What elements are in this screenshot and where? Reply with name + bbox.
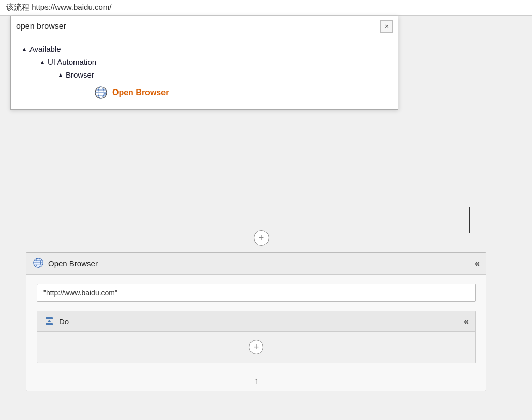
do-block-header: Do « bbox=[37, 311, 475, 332]
do-add-activity-button[interactable]: + bbox=[249, 340, 263, 354]
activity-tree: ▲ Available ▲ UI Automation ▲ Browser bbox=[11, 37, 398, 109]
add-activity-button[interactable]: + bbox=[254, 230, 269, 246]
arrow-icon: ▲ bbox=[21, 46, 27, 53]
bottom-arrow-icon: ↑ bbox=[254, 376, 259, 386]
open-browser-block-title: Open Browser bbox=[48, 259, 98, 268]
top-bar-text: 该流程 https://www.baidu.com/ bbox=[6, 3, 111, 12]
do-block-collapse-button[interactable]: « bbox=[464, 316, 469, 327]
tree-item-open-browser[interactable]: Open Browser bbox=[11, 81, 398, 104]
open-browser-title-area: Open Browser bbox=[33, 257, 475, 270]
search-clear-button[interactable]: × bbox=[380, 20, 393, 33]
available-label: Available bbox=[29, 44, 61, 53]
arrow-icon: ▲ bbox=[39, 58, 46, 66]
open-browser-block: Open Browser « Do bbox=[26, 252, 486, 391]
arrow-icon: ▲ bbox=[57, 71, 64, 79]
open-browser-header: Open Browser « bbox=[26, 253, 486, 275]
search-input-row: open browser × bbox=[11, 16, 398, 37]
svg-rect-11 bbox=[46, 317, 53, 319]
svg-marker-13 bbox=[47, 320, 51, 322]
do-block: Do « + bbox=[37, 311, 476, 363]
open-browser-collapse-button[interactable]: « bbox=[475, 258, 480, 269]
open-browser-icon bbox=[94, 85, 108, 100]
url-field-wrapper bbox=[26, 275, 486, 311]
do-icon bbox=[43, 316, 55, 327]
activity-search-dropdown: open browser × ▲ Available ▲ UI Automati… bbox=[10, 16, 398, 110]
center-panel: open browser × ▲ Available ▲ UI Automati… bbox=[0, 16, 532, 420]
do-block-content: + bbox=[37, 332, 475, 363]
svg-rect-12 bbox=[46, 323, 53, 325]
url-input[interactable] bbox=[37, 284, 476, 302]
tree-item-available[interactable]: ▲ Available bbox=[11, 42, 398, 55]
top-bar: 该流程 https://www.baidu.com/ bbox=[0, 0, 532, 16]
add-activity-container: + bbox=[254, 230, 269, 246]
search-input[interactable]: open browser bbox=[16, 22, 380, 31]
browser-label: Browser bbox=[66, 70, 94, 79]
open-browser-activity-label: Open Browser bbox=[112, 88, 169, 97]
main-area: open browser × ▲ Available ▲ UI Automati… bbox=[0, 16, 532, 420]
do-block-title: Do bbox=[59, 317, 464, 326]
tree-item-ui-automation[interactable]: ▲ UI Automation bbox=[11, 55, 398, 68]
tree-item-browser[interactable]: ▲ Browser bbox=[11, 68, 398, 81]
open-browser-header-icon bbox=[33, 257, 44, 270]
ui-automation-label: UI Automation bbox=[48, 57, 96, 66]
bottom-strip: ↑ bbox=[26, 371, 486, 391]
cursor-line bbox=[469, 207, 470, 233]
